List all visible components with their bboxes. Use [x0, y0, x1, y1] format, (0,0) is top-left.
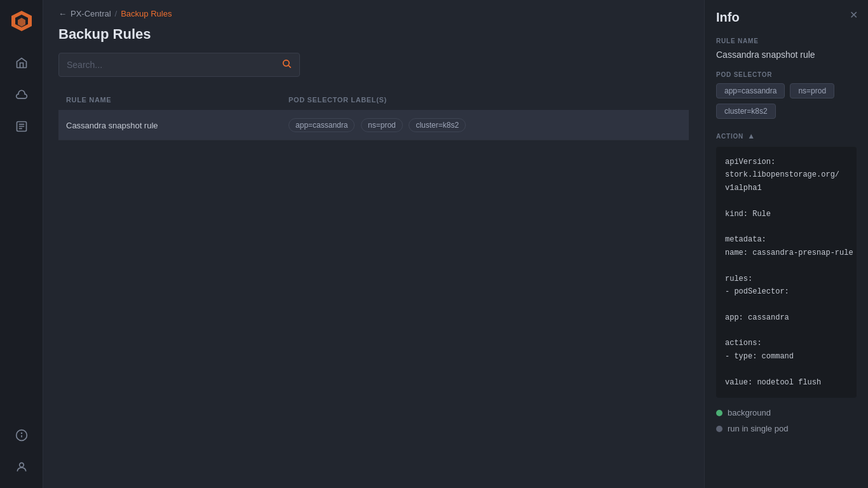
checkbox-single-pod[interactable]: run in single pod	[716, 424, 857, 433]
tag-cluster-k8s2: cluster=k8s2	[409, 118, 466, 132]
single-pod-label: run in single pod	[728, 424, 788, 433]
dot-active-icon	[716, 410, 722, 416]
rule-name-cell: Cassandra snapshot rule	[58, 111, 281, 140]
action-label: ACTION	[716, 133, 743, 140]
back-button[interactable]: ←	[58, 9, 67, 18]
info-panel: ✕ Info RULE NAME Cassandra snapshot rule…	[704, 0, 868, 488]
action-header[interactable]: ACTION ▲	[716, 132, 857, 140]
search-icon[interactable]	[281, 58, 292, 71]
info-tag-cluster-k8s2: cluster=k8s2	[716, 104, 776, 119]
tag-app-cassandra: app=cassandra	[288, 118, 355, 132]
rule-name-label: RULE NAME	[716, 37, 857, 44]
checkbox-background[interactable]: background	[716, 408, 857, 417]
pod-selector-cell: app=cassandra ns=prod cluster=k8s2	[281, 111, 689, 140]
main-content: ← PX-Central / Backup Rules Backup Rules…	[43, 0, 704, 488]
background-label: background	[728, 408, 771, 417]
code-block: apiVersion: stork.libopenstorage.org/ v1…	[716, 147, 857, 398]
col-pod-selector: POD SELECTOR LABEL(S)	[281, 90, 689, 111]
pod-selector-label: POD SELECTOR	[716, 71, 857, 78]
breadcrumb-current: Backup Rules	[121, 9, 172, 18]
sidebar-item-rules[interactable]	[8, 113, 35, 140]
rule-name-value: Cassandra snapshot rule	[716, 50, 857, 60]
svg-line-9	[288, 65, 291, 68]
backup-rules-table: RULE NAME POD SELECTOR LABEL(S) Cassandr…	[58, 90, 689, 140]
sidebar-item-info[interactable]	[8, 422, 35, 449]
tag-ns-prod: ns=prod	[361, 118, 403, 132]
dot-inactive-icon	[716, 426, 722, 432]
search-input[interactable]	[67, 60, 281, 70]
svg-point-7	[19, 463, 24, 467]
info-tag-app-cassandra: app=cassandra	[716, 83, 785, 98]
info-panel-title: Info	[716, 10, 857, 25]
search-bar[interactable]	[58, 53, 300, 77]
col-rule-name: RULE NAME	[58, 90, 281, 111]
sidebar-item-user[interactable]	[8, 454, 35, 480]
close-button[interactable]: ✕	[850, 9, 858, 21]
sidebar-item-home[interactable]	[8, 50, 35, 76]
svg-point-8	[283, 60, 289, 66]
breadcrumb-separator: /	[115, 9, 118, 18]
chevron-up-icon: ▲	[747, 132, 755, 140]
breadcrumb: ← PX-Central / Backup Rules	[43, 0, 704, 24]
sidebar-item-cloud[interactable]	[8, 81, 35, 108]
page-title: Backup Rules	[43, 24, 704, 53]
pod-selector-tags: app=cassandra ns=prod cluster=k8s2	[716, 83, 857, 119]
breadcrumb-home[interactable]: PX-Central	[71, 9, 111, 18]
content-area: RULE NAME POD SELECTOR LABEL(S) Cassandr…	[43, 53, 704, 488]
table-row[interactable]: Cassandra snapshot rule app=cassandra ns…	[58, 111, 689, 140]
info-tag-ns-prod: ns=prod	[790, 83, 834, 98]
app-logo[interactable]	[8, 8, 35, 34]
sidebar	[0, 0, 43, 488]
